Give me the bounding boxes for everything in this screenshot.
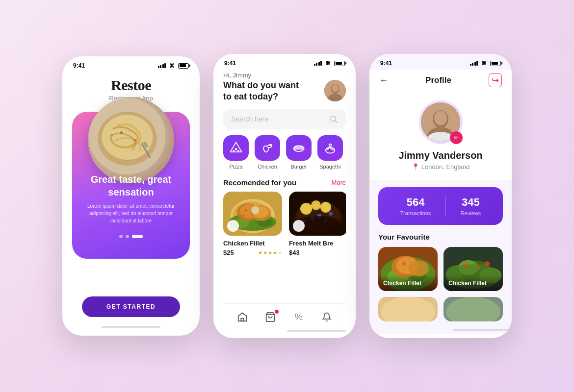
category-chicken[interactable]: Chicken [255, 135, 280, 170]
home-indicator-1 [102, 326, 160, 328]
more-link[interactable]: More [331, 179, 346, 186]
logout-button[interactable]: ↪ [489, 74, 502, 87]
wifi-icon: ⌘ [169, 63, 175, 69]
edit-avatar-button[interactable]: ✏ [450, 131, 463, 144]
fav-overlay-2: Chicken Fillet [444, 274, 503, 291]
splash-card: Great taste, great sensation Lorem ipsum… [72, 112, 190, 259]
reviews-number: 345 [461, 196, 481, 209]
chicken-label: Chicken [258, 164, 277, 170]
search-icon [329, 115, 338, 123]
svg-point-46 [313, 202, 319, 209]
category-burger[interactable]: Burger [286, 135, 312, 170]
bottom-nav: % [223, 303, 346, 328]
status-bar-3: 9:41 ⌘ [369, 54, 512, 70]
signal-icon-2 [314, 61, 322, 66]
food-card-chicken-fillet[interactable]: ♡ Chicken Fillet $25 ★ ★ ★ ★ ★ [223, 192, 282, 256]
svg-point-68 [402, 262, 406, 266]
search-bar[interactable]: Search here [223, 109, 346, 129]
home-content: Hi, Jimmy What do you want to eat today?… [213, 70, 356, 334]
home-indicator-3 [453, 329, 512, 331]
status-icons-1: ⌘ [158, 63, 189, 69]
fav-img-3 [378, 297, 438, 321]
heart-icon-2[interactable]: ♡ [293, 220, 305, 232]
nav-cart[interactable] [264, 311, 277, 323]
fav-card-1[interactable]: Chicken Fillet [378, 247, 438, 291]
fav-name-1: Chicken Fillet [383, 280, 421, 287]
nav-deals[interactable]: % [292, 311, 305, 323]
svg-point-11 [332, 84, 339, 92]
spaghetti-icon-svg [323, 141, 337, 155]
category-spaghetti[interactable]: Spagethi [317, 135, 343, 170]
fav-card-2[interactable]: Chicken Fillet [444, 247, 503, 291]
svg-point-15 [233, 150, 235, 152]
pizza-label: Pizza [230, 164, 243, 170]
phone-3-profile: 9:41 ⌘ ← Profile ↪ [369, 54, 512, 338]
wifi-icon-3: ⌘ [481, 60, 487, 67]
get-started-button[interactable]: GET STARTED [82, 296, 180, 317]
status-icons-2: ⌘ [314, 60, 345, 67]
greeting-small: Hi, Jimmy [223, 72, 346, 79]
user-location: 📍 London, England [412, 163, 470, 171]
fav-card-3-partial[interactable] [378, 297, 438, 321]
profile-title: Profile [425, 75, 451, 85]
status-icons-3: ⌘ [470, 60, 501, 67]
carousel-dots [72, 235, 190, 238]
transactions-number: 564 [400, 196, 431, 209]
svg-point-39 [251, 206, 259, 214]
favourites-title: Your Favourite [378, 233, 503, 241]
svg-point-48 [322, 203, 330, 211]
spaghetti-label: Spagethi [319, 164, 340, 170]
food-hero-image [88, 97, 174, 183]
phone-2-home: 9:41 ⌘ Hi, Jimmy What do you want to eat… [213, 54, 356, 338]
signal-icon [158, 63, 166, 68]
svg-rect-55 [241, 318, 244, 321]
chicken-icon-bg [255, 135, 280, 161]
search-placeholder: Search here [231, 115, 324, 123]
cart-nav-icon [265, 312, 276, 322]
profile-header: ← Profile ↪ [369, 70, 512, 92]
signal-icon-3 [470, 61, 478, 66]
heart-icon-1[interactable]: ♡ [227, 220, 239, 232]
food-cards-row: ♡ Chicken Fillet $25 ★ ★ ★ ★ ★ [223, 192, 346, 256]
food-name-1: Chicken Fillet [223, 240, 282, 247]
svg-point-36 [243, 214, 245, 216]
app-name: Restoe [111, 77, 151, 94]
svg-point-12 [331, 116, 336, 122]
avatar-small[interactable] [324, 80, 346, 101]
svg-point-21 [329, 144, 332, 147]
favourites-section: Your Favourite [369, 225, 512, 326]
transactions-stat: 564 Transactions [400, 196, 431, 216]
burger-label: Burger [290, 164, 307, 170]
back-button[interactable]: ← [379, 75, 388, 86]
stats-card: 564 Transactions 345 Reviews [378, 187, 503, 225]
pizza-icon-bg [223, 135, 249, 161]
food-name-2: Fresh Melt Bre [289, 240, 346, 247]
time-3: 9:41 [380, 60, 392, 67]
splash-heading: Great taste, great sensation [82, 173, 180, 198]
location-pin-icon: 📍 [412, 163, 419, 171]
battery-icon [178, 63, 189, 69]
nav-home[interactable] [236, 311, 249, 323]
dot-1 [119, 235, 123, 238]
dot-2 [126, 235, 129, 238]
time-1: 9:41 [73, 62, 85, 69]
bell-nav-icon [322, 312, 332, 322]
wifi-icon-2: ⌘ [325, 60, 331, 67]
burger-icon-svg [292, 141, 306, 155]
food-price-2: $43 [289, 249, 300, 256]
svg-rect-18 [294, 148, 304, 149]
svg-line-13 [335, 121, 337, 122]
svg-point-17 [269, 144, 271, 146]
profile-content: ← Profile ↪ [369, 70, 512, 334]
phone-1-splash: 9:41 ⌘ Restoe Restaurant App [62, 56, 200, 336]
food-card-img-1: ♡ [223, 192, 282, 236]
category-pizza[interactable]: Pizza [223, 135, 249, 170]
svg-point-6 [120, 131, 123, 134]
splash-body: Lorem ipsum dolor sit amet, consectetur … [82, 202, 180, 224]
food-card-fresh-melt[interactable]: ♡ Fresh Melt Bre $43 [289, 192, 346, 256]
profile-avatar-section: ✏ Jimmy Vanderson 📍 London, England [369, 92, 512, 180]
food-rating-1: ★ ★ ★ ★ ★ [258, 250, 282, 255]
nav-bell[interactable] [320, 311, 333, 323]
fav-card-4-partial[interactable] [444, 297, 503, 321]
pasta-svg [88, 97, 167, 175]
